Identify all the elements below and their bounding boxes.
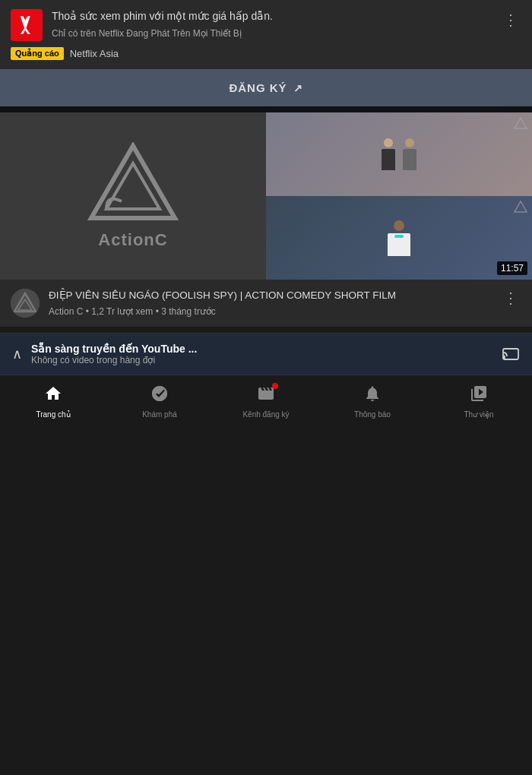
- channel-avatar[interactable]: [11, 289, 40, 318]
- nav-item-notifications[interactable]: Thông báo: [319, 381, 426, 422]
- video-info: ĐIỆP VIÊN SIÊU NGÁO (FOOLISH SPY) | ACTI…: [0, 280, 532, 327]
- notifications-icon: [363, 384, 382, 407]
- nav-item-library[interactable]: Thư viện: [426, 381, 532, 422]
- svg-marker-3: [515, 201, 527, 212]
- scene-top: [266, 112, 532, 196]
- ad-subtitle: Chỉ có trên Netflix Đang Phát Trên Mọi T…: [52, 27, 491, 40]
- subscriptions-icon: [257, 384, 275, 407]
- chevron-up-icon[interactable]: ∧: [12, 346, 22, 362]
- nav-label-notifications: Thông báo: [354, 410, 391, 419]
- home-icon: [44, 384, 62, 407]
- svg-rect-7: [503, 349, 518, 359]
- bottom-nav: Trang chủ Khám phá Kênh đăng ký Thông bá…: [0, 375, 532, 426]
- ad-title: Thoả sức xem phim với một mức giá hấp dẫ…: [52, 9, 491, 24]
- video-meta: Action C • 1,2 Tr lượt xem • 3 tháng trư…: [49, 306, 491, 317]
- person-2: [403, 138, 416, 170]
- svg-marker-2: [515, 118, 527, 128]
- video-more-options-icon[interactable]: ⋮: [500, 289, 521, 307]
- video-details: ĐIỆP VIÊN SIÊU NGÁO (FOOLISH SPY) | ACTI…: [49, 289, 491, 317]
- video-title: ĐIỆP VIÊN SIÊU NGÁO (FOOLISH SPY) | ACTI…: [49, 289, 491, 303]
- scene-top-figures: [382, 138, 416, 170]
- svg-point-8: [503, 357, 505, 359]
- ad-text: Thoả sức xem phim với một mức giá hấp dẫ…: [52, 9, 491, 40]
- channel-name: Action C: [49, 306, 83, 317]
- section-divider: [0, 106, 532, 112]
- player-subtitle: Không có video trong hàng đợi: [31, 355, 492, 365]
- ad-channel-name: Netflix Asia: [70, 48, 119, 59]
- thumbnail-right: 11:57: [266, 112, 532, 280]
- more-options-icon[interactable]: ⋮: [500, 9, 521, 30]
- external-link-icon: ↗: [293, 82, 303, 94]
- player-bar: ∧ Sẵn sàng truyền đến YouTube ... Không …: [0, 333, 532, 375]
- cast-icon[interactable]: [502, 343, 520, 365]
- netflix-logo: [11, 9, 43, 41]
- library-icon: [470, 384, 488, 407]
- channel-avatar-icon: [11, 289, 40, 318]
- video-thumbnail[interactable]: ActionC: [0, 112, 532, 280]
- player-title: Sẵn sàng truyền đến YouTube ...: [31, 343, 492, 355]
- nav-item-home[interactable]: Trang chủ: [0, 381, 106, 422]
- video-time-ago: 3 tháng trước: [161, 306, 216, 317]
- actionc-triangle-icon: [87, 142, 179, 226]
- video-views: 1,2 Tr lượt xem: [91, 306, 153, 317]
- person-1: [382, 138, 395, 170]
- actionc-label: ActionC: [98, 230, 167, 250]
- explore-icon: [150, 384, 169, 407]
- svg-marker-0: [91, 146, 175, 218]
- scene-bottom-figure: [388, 220, 410, 256]
- nav-label-library: Thư viện: [464, 410, 493, 419]
- nav-label-subscriptions: Kênh đăng ký: [242, 410, 289, 419]
- thumbnail-left: ActionC: [0, 112, 266, 280]
- ad-badge: Quảng cáo: [11, 47, 64, 60]
- signup-button[interactable]: ĐĂNG KÝ ↗: [0, 69, 532, 106]
- watermark-top-icon: [514, 117, 527, 129]
- nav-label-explore: Khám phá: [142, 410, 177, 419]
- nav-item-explore[interactable]: Khám phá: [106, 381, 213, 422]
- watermark-bottom-icon: [514, 201, 527, 213]
- svg-marker-1: [106, 163, 160, 209]
- player-text: Sẵn sàng truyền đến YouTube ... Không có…: [31, 343, 492, 365]
- scene-bottom: 11:57: [266, 196, 532, 280]
- video-card: ActionC: [0, 112, 532, 327]
- ad-meta: Quảng cáo Netflix Asia: [11, 47, 521, 60]
- nav-item-subscriptions[interactable]: Kênh đăng ký: [213, 381, 319, 422]
- subscriptions-notification-dot: [272, 383, 278, 389]
- nav-label-home: Trang chủ: [36, 410, 70, 419]
- video-duration: 11:57: [497, 261, 527, 275]
- ad-card: Thoả sức xem phim với một mức giá hấp dẫ…: [0, 0, 532, 106]
- actionc-logo: ActionC: [87, 142, 179, 250]
